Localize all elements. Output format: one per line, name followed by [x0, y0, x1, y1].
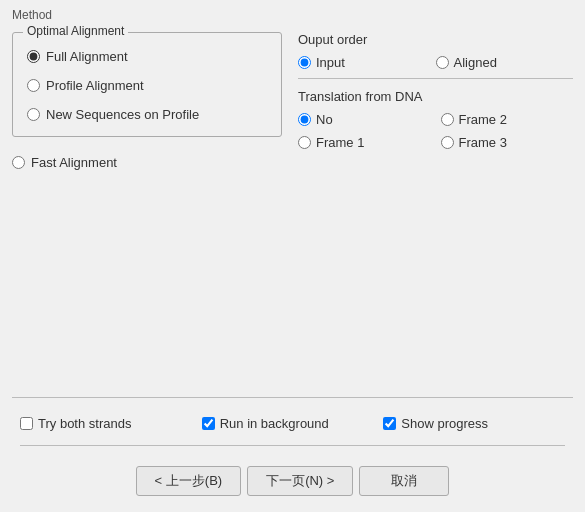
buttons-divider	[20, 445, 565, 446]
cancel-button[interactable]: 取消	[359, 466, 449, 496]
radio-full-alignment[interactable]: Full Alignment	[27, 49, 267, 64]
radio-frame3-input[interactable]	[441, 136, 454, 149]
checkbox-run-background-input[interactable]	[202, 417, 215, 430]
radio-aligned-order-input[interactable]	[436, 56, 449, 69]
checkbox-both-strands-label: Try both strands	[38, 416, 131, 431]
radio-input-order[interactable]: Input	[298, 55, 436, 70]
radio-full-alignment-label: Full Alignment	[46, 49, 128, 64]
method-label: Method	[0, 0, 585, 26]
radio-profile-alignment-input[interactable]	[27, 79, 40, 92]
translation-grid: No Frame 2 Frame 1 Frame 3	[298, 112, 573, 150]
radio-frame3[interactable]: Frame 3	[441, 135, 574, 150]
checkbox-both-strands-input[interactable]	[20, 417, 33, 430]
radio-aligned-order-label: Aligned	[454, 55, 497, 70]
radio-no-translation-label: No	[316, 112, 333, 127]
radio-profile-alignment[interactable]: Profile Alignment	[27, 78, 267, 93]
main-divider	[12, 397, 573, 398]
bottom-section: Try both strands Run in background Show …	[0, 406, 585, 512]
radio-aligned-order[interactable]: Aligned	[436, 55, 574, 70]
checkbox-run-background-label: Run in background	[220, 416, 329, 431]
radio-new-sequences-label: New Sequences on Profile	[46, 107, 199, 122]
radio-new-sequences[interactable]: New Sequences on Profile	[27, 107, 267, 122]
radio-frame1[interactable]: Frame 1	[298, 135, 431, 150]
output-order-title: Ouput order	[298, 32, 573, 47]
checkbox-show-progress[interactable]: Show progress	[383, 416, 565, 431]
radio-input-order-label: Input	[316, 55, 345, 70]
radio-frame2-label: Frame 2	[459, 112, 507, 127]
radio-frame3-label: Frame 3	[459, 135, 507, 150]
right-panel: Ouput order Input Aligned Translation fr…	[298, 32, 573, 208]
optimal-alignment-title: Optimal Alignment	[23, 24, 128, 38]
optimal-alignment-group: Optimal Alignment Full Alignment Profile…	[12, 32, 282, 137]
optimal-alignment-radios: Full Alignment Profile Alignment New Seq…	[27, 49, 267, 122]
radio-profile-alignment-label: Profile Alignment	[46, 78, 144, 93]
page: Method Optimal Alignment Full Alignment …	[0, 0, 585, 512]
checkbox-both-strands[interactable]: Try both strands	[20, 416, 202, 431]
radio-no-translation-input[interactable]	[298, 113, 311, 126]
next-button[interactable]: 下一页(N) >	[247, 466, 353, 496]
radio-frame1-label: Frame 1	[316, 135, 364, 150]
radio-input-order-input[interactable]	[298, 56, 311, 69]
checkbox-run-background[interactable]: Run in background	[202, 416, 384, 431]
radio-fast-alignment-label: Fast Alignment	[31, 155, 117, 170]
checkbox-show-progress-input[interactable]	[383, 417, 396, 430]
output-order-section: Ouput order Input Aligned	[298, 32, 573, 79]
radio-fast-alignment-input[interactable]	[12, 156, 25, 169]
checkboxes-row: Try both strands Run in background Show …	[20, 416, 565, 431]
main-content: Optimal Alignment Full Alignment Profile…	[0, 26, 585, 214]
radio-frame2[interactable]: Frame 2	[441, 112, 574, 127]
radio-no-translation[interactable]: No	[298, 112, 431, 127]
radio-frame1-input[interactable]	[298, 136, 311, 149]
radio-new-sequences-input[interactable]	[27, 108, 40, 121]
translation-section: Translation from DNA No Frame 2 Frame 1	[298, 89, 573, 150]
left-panel: Optimal Alignment Full Alignment Profile…	[12, 32, 282, 208]
checkbox-show-progress-label: Show progress	[401, 416, 488, 431]
output-order-radios: Input Aligned	[298, 55, 573, 79]
buttons-row: < 上一步(B) 下一页(N) > 取消	[20, 466, 565, 502]
back-button[interactable]: < 上一步(B)	[136, 466, 242, 496]
radio-fast-alignment[interactable]: Fast Alignment	[12, 155, 282, 170]
translation-title: Translation from DNA	[298, 89, 573, 104]
radio-frame2-input[interactable]	[441, 113, 454, 126]
radio-full-alignment-input[interactable]	[27, 50, 40, 63]
